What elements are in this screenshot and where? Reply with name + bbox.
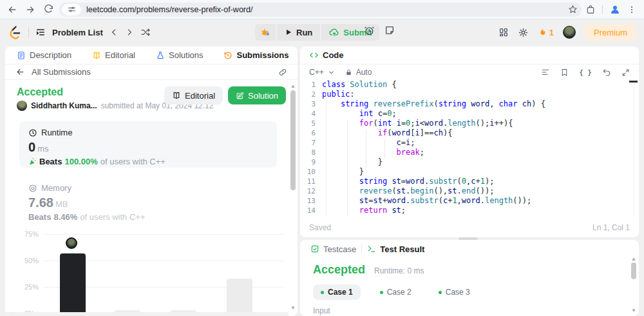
tab-testcase[interactable]: Testcase [310, 244, 356, 254]
left-tab-bar: Description Editorial Solutions Submissi… [5, 46, 298, 64]
run-button[interactable]: Run [277, 24, 320, 41]
result-buttons: Editorial Solution [164, 86, 286, 104]
code-line: 11 string st=word.substr(0,c+1); [300, 177, 639, 186]
back-arrow-icon[interactable] [15, 67, 25, 77]
chart-user-avatar [66, 237, 77, 249]
chart-gridline [44, 234, 283, 235]
back-icon[interactable] [5, 3, 19, 17]
code-line: 4 int c=0; [300, 109, 639, 119]
extensions-icon[interactable] [585, 5, 596, 15]
site-info-icon[interactable] [62, 4, 81, 15]
scroll-down-icon[interactable]: ▼ [289, 304, 297, 311]
forward-icon[interactable] [23, 3, 37, 17]
format-code-icon[interactable] [541, 68, 550, 77]
code-panel-header: Code [300, 46, 639, 64]
braces-icon[interactable]: { } [579, 68, 592, 77]
next-problem-icon[interactable] [125, 28, 134, 37]
scroll-up-icon[interactable]: ▲ [289, 83, 297, 89]
saved-status: Saved [309, 223, 331, 232]
problem-list-icon[interactable] [35, 27, 46, 37]
tab-test-result[interactable]: Test Result [367, 244, 424, 254]
code-line: 5 for(int i=0;i<word.length();i++){ [300, 119, 639, 128]
pencil-square-icon [236, 92, 244, 100]
memory-unit: MB [55, 199, 68, 209]
reload-icon[interactable] [41, 3, 55, 17]
toolbar-divider [602, 5, 603, 14]
scroll-up-icon[interactable]: ▲ [630, 255, 638, 262]
notes-icon[interactable] [384, 25, 395, 35]
problem-list-label[interactable]: Problem List [52, 28, 103, 37]
timer-icon[interactable] [364, 25, 375, 36]
test-result-runtime: Runtime: 0 ms [374, 266, 424, 275]
tab-solutions-label: Solutions [169, 50, 203, 60]
cursor-position[interactable]: Ln 1, Col 1 [592, 223, 630, 232]
layout-grid-icon[interactable] [498, 27, 509, 37]
case-2-tab[interactable]: Case 2 [372, 284, 419, 300]
horizontal-scrollbar-track[interactable] [5, 312, 289, 316]
memory-card[interactable]: Memory 7.68MB Beats 8.46% of users with … [28, 183, 145, 222]
case-3-tab[interactable]: Case 3 [431, 284, 478, 300]
submitter-avatar[interactable] [17, 101, 27, 111]
runtime-unit: ms [37, 144, 48, 153]
daily-streak[interactable]: 1 [538, 27, 554, 37]
submitter-name[interactable]: Siddharth Kuma... [31, 101, 97, 110]
case-1-tab[interactable]: Case 1 [313, 284, 361, 300]
memory-title: Memory [41, 183, 71, 193]
bookmark-star-icon[interactable] [568, 5, 578, 14]
prev-problem-icon[interactable] [109, 28, 118, 37]
scroll-down-icon[interactable]: ▼ [630, 307, 638, 313]
menu-kebab-icon[interactable] [627, 5, 636, 14]
settings-gear-icon[interactable] [518, 27, 529, 38]
case-dot [439, 291, 442, 294]
debug-icon[interactable] [255, 24, 276, 41]
chevron-down-icon[interactable] [328, 69, 335, 76]
tab-editorial[interactable]: Editorial [87, 50, 140, 60]
streak-count: 1 [549, 28, 554, 37]
testcase-scrollbar[interactable]: ▲ ▼ [630, 255, 638, 313]
scrollbar-thumb[interactable] [290, 90, 296, 190]
chart-ytick-label: 25% [24, 283, 39, 291]
left-panel-scrollbar[interactable]: ▲ ▼ [289, 83, 297, 311]
user-avatar[interactable] [563, 26, 576, 39]
editorial-button-label: Editorial [185, 91, 215, 101]
all-submissions-label[interactable]: All Submissions [32, 67, 91, 77]
leetcode-navbar: Problem List Run Submit [0, 19, 644, 45]
memory-value: 7.68 [28, 195, 53, 210]
runtime-card[interactable]: Runtime 0ms Beats 100.00% of users with … [19, 121, 277, 168]
all-submissions-bar: All Submissions [5, 64, 298, 80]
profile-icon[interactable] [609, 4, 621, 15]
code-line: 8 break; [300, 148, 639, 157]
premium-button[interactable]: Premium [585, 24, 636, 41]
runtime-distribution-chart: 75%50%25%0% [19, 226, 285, 316]
terminal-icon [367, 244, 376, 253]
code-editor[interactable]: 1class Solution {2public:3 string revers… [300, 80, 639, 218]
nav-divider [28, 27, 29, 37]
tab-description[interactable]: Description [12, 50, 77, 60]
tab-solutions[interactable]: Solutions [151, 50, 208, 60]
editor-ruler [634, 81, 634, 215]
bookmark-icon[interactable] [560, 68, 569, 77]
scrollbar-thumb[interactable] [631, 262, 636, 279]
lock-icon [345, 69, 352, 76]
case-dot [321, 291, 324, 294]
code-line: 7 c=i; [300, 138, 639, 148]
flame-icon [538, 27, 547, 37]
editorial-button[interactable]: Editorial [164, 86, 223, 104]
language-selector[interactable]: C++ [309, 68, 324, 77]
tab-submissions[interactable]: Submissions [218, 50, 294, 60]
copy-link-icon[interactable] [278, 68, 287, 77]
url-bar[interactable]: leetcode.com/problems/reverse-prefix-of-… [59, 3, 582, 17]
tab-test-result-label: Test Result [380, 244, 424, 254]
undo-icon[interactable] [602, 68, 611, 77]
testcase-panel: Testcase Test Result Accepted Runtime: 0… [300, 240, 639, 316]
auto-mode-label[interactable]: Auto [356, 68, 372, 77]
input-label: Input [300, 300, 639, 315]
solution-button[interactable]: Solution [228, 86, 286, 104]
code-footer: Saved Ln 1, Col 1 [300, 218, 639, 237]
shuffle-icon[interactable] [140, 27, 151, 37]
expand-icon[interactable] [621, 68, 630, 77]
editorial-icon [92, 51, 101, 60]
indent-guide [347, 120, 348, 217]
leetcode-logo-icon[interactable] [8, 25, 22, 39]
url-text: leetcode.com/problems/reverse-prefix-of-… [86, 5, 563, 14]
